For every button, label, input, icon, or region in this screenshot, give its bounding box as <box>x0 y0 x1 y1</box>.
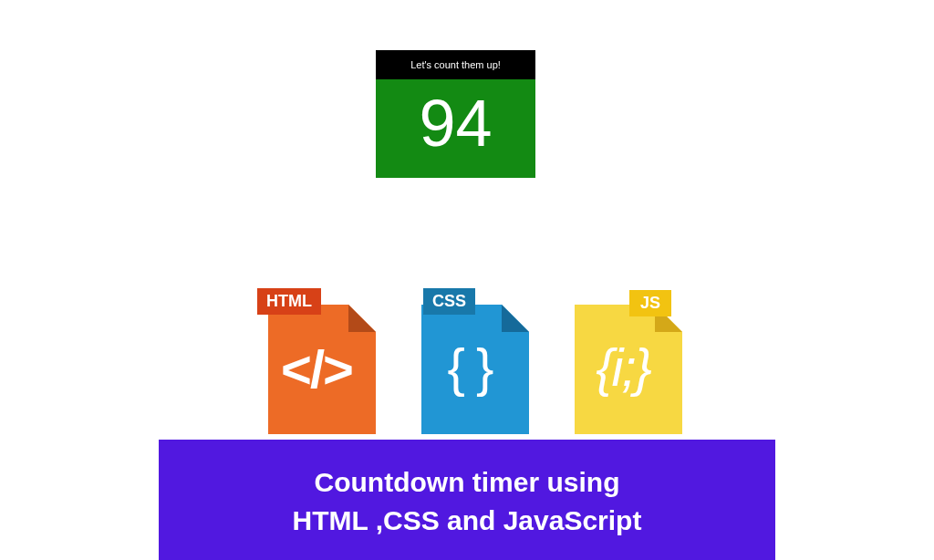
js-file-icon: JS {i;} <box>564 288 682 434</box>
html-symbol: </> <box>257 343 376 396</box>
counter-title: Let's count them up! <box>376 50 535 79</box>
banner-line-1: Countdown timer using <box>195 463 739 502</box>
file-icons-row: HTML </> CSS { } JS {i;} <box>257 288 682 434</box>
counter-widget: Let's count them up! 94 <box>376 50 535 178</box>
css-file-icon: CSS { } <box>410 288 529 434</box>
title-banner: Countdown timer using HTML ,CSS and Java… <box>159 440 775 560</box>
counter-value: 94 <box>376 79 535 178</box>
js-symbol: {i;} <box>564 341 682 394</box>
css-symbol: { } <box>410 341 529 394</box>
html-file-icon: HTML </> <box>257 288 376 434</box>
html-badge: HTML <box>257 288 321 315</box>
css-badge: CSS <box>423 288 475 315</box>
js-badge: JS <box>629 290 671 316</box>
banner-line-2: HTML ,CSS and JavaScript <box>195 502 739 540</box>
